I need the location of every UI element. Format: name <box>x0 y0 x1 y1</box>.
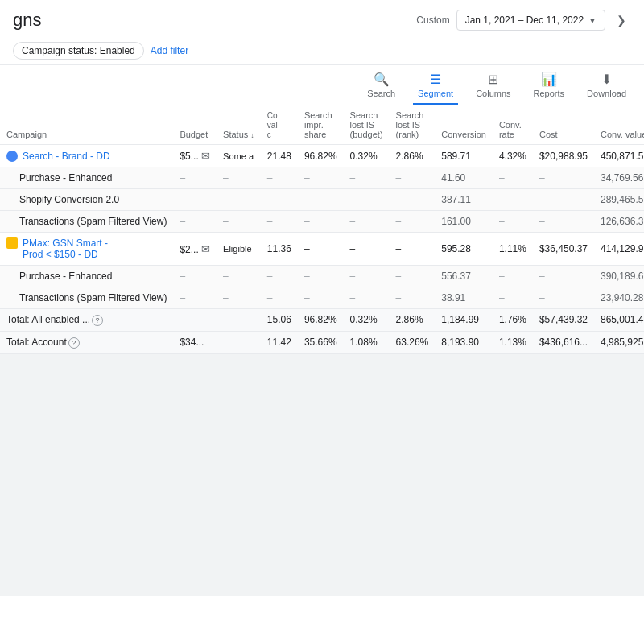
toolbar-segment-label: Segment <box>418 89 453 98</box>
campaign-status-badge[interactable]: Campaign status: Enabled <box>13 42 144 60</box>
budget-cell: $2... ✉ <box>173 233 217 266</box>
table-row: Shopify Conversion 2.0 – – – – – – 387.1… <box>0 189 644 211</box>
lost-is-budget-cell: – <box>344 266 390 287</box>
total-status-cell <box>217 331 261 353</box>
total-budget-cell: $34... <box>173 331 217 353</box>
campaign-name[interactable]: PMax: GSN Smart - Prod < $150 - DD <box>23 237 111 260</box>
toolbar-segment[interactable]: ☰ Segment <box>413 68 458 105</box>
email-icon: ✉ <box>201 150 210 162</box>
toolbar-download[interactable]: ⬇ Download <box>582 68 631 105</box>
date-range-dropdown[interactable]: Jan 1, 2021 – Dec 11, 2022 ▼ <box>456 10 605 31</box>
toolbar-search[interactable]: 🔍 Search <box>362 68 400 105</box>
cost-cell: – <box>533 211 594 233</box>
lost-is-budget-cell: – <box>344 189 390 211</box>
table-row: Transactions (Spam Filtered View) – – – … <box>0 211 644 233</box>
total-conversion-cell: 8,193.90 <box>435 331 493 353</box>
co-val-cell: – <box>261 167 298 189</box>
columns-icon: ⊞ <box>488 72 498 87</box>
col-campaign: Campaign <box>0 105 173 145</box>
campaigns-table-container: Campaign Budget Status ↓ Covalc Searchim… <box>0 105 644 354</box>
lost-is-rank-cell: – <box>390 287 436 309</box>
page-title: gns <box>13 10 41 31</box>
date-range-selector: Custom Jan 1, 2021 – Dec 11, 2022 ▼ ❯ <box>416 10 631 31</box>
col-lost-is-rank: Searchlost IS(rank) <box>390 105 436 145</box>
toolbar-reports-label: Reports <box>534 89 565 98</box>
help-icon[interactable]: ? <box>68 337 80 349</box>
nav-forward-button[interactable]: ❯ <box>612 10 631 30</box>
co-val-cell: – <box>261 287 298 309</box>
co-val-cell: – <box>261 211 298 233</box>
total-lost-is-rank-cell: 2.86% <box>390 309 436 332</box>
conversion-cell: 161.00 <box>435 211 493 233</box>
table-row: Purchase - Enhanced – – – – – – 556.37 –… <box>0 266 644 287</box>
segment-icon: ☰ <box>430 72 441 87</box>
toolbar-download-label: Download <box>587 89 626 98</box>
total-co-val-cell: 11.42 <box>261 331 298 353</box>
lost-is-budget-cell: – <box>344 287 390 309</box>
conv-value-cell: 23,940.28 <box>594 287 644 309</box>
col-search-impr-share: Searchimpr.share <box>298 105 344 145</box>
total-search-impr-share-cell: 35.66% <box>298 331 344 353</box>
reports-icon: 📊 <box>541 72 557 87</box>
status-cell: Some a <box>217 145 261 167</box>
conv-value-cell: 414,129.97 <box>594 233 644 266</box>
sub-campaign-name-cell: Transactions (Spam Filtered View) <box>0 287 173 309</box>
table-row: Transactions (Spam Filtered View) – – – … <box>0 287 644 309</box>
lost-is-budget-cell: – <box>344 233 390 266</box>
total-conversion-cell: 1,184.99 <box>435 309 493 332</box>
conversion-cell: 387.11 <box>435 189 493 211</box>
campaign-name-cell: Search - Brand - DD <box>0 145 173 167</box>
cost-cell: $20,988.95 <box>533 145 594 167</box>
conv-rate-cell: – <box>493 189 533 211</box>
lost-is-rank-cell: – <box>390 211 436 233</box>
campaign-name-cell: PMax: GSN Smart - Prod < $150 - DD <box>0 233 173 266</box>
sub-campaign-name-cell: Transactions (Spam Filtered View) <box>0 211 173 233</box>
filter-bar: Campaign status: Enabled Add filter <box>0 37 644 65</box>
conversion-cell: 589.71 <box>435 145 493 167</box>
help-icon[interactable]: ? <box>92 315 103 326</box>
budget-cell: – <box>173 167 217 189</box>
lost-is-budget-cell: 0.32% <box>344 145 390 167</box>
conversion-cell: 41.60 <box>435 167 493 189</box>
total-label-cell: Total: Account? <box>0 331 173 353</box>
conv-value-cell: 34,769.56 <box>594 167 644 189</box>
lost-is-rank-cell: – <box>390 233 436 266</box>
budget-cell: – <box>173 189 217 211</box>
cost-cell: $36,450.37 <box>533 233 594 266</box>
col-conversion: Conversion <box>435 105 493 145</box>
lost-is-rank-cell: – <box>390 189 436 211</box>
conv-value-cell: 450,871.51 <box>594 145 644 167</box>
total-cost-cell: $436,616... <box>533 331 594 353</box>
total-lost-is-budget-cell: 0.32% <box>344 309 390 332</box>
total-cost-cell: $57,439.32 <box>533 309 594 332</box>
conv-rate-cell: – <box>493 266 533 287</box>
status-cell: – <box>217 211 261 233</box>
status-cell: – <box>217 167 261 189</box>
sub-campaign-name-cell: Purchase - Enhanced <box>0 266 173 287</box>
search-campaign-icon <box>6 151 18 162</box>
conv-rate-cell: – <box>493 211 533 233</box>
add-filter-button[interactable]: Add filter <box>151 45 188 56</box>
conv-value-cell: 126,636.36 <box>594 211 644 233</box>
col-co-val: Covalc <box>261 105 298 145</box>
date-range-value: Jan 1, 2021 – Dec 11, 2022 <box>465 14 584 26</box>
campaign-name[interactable]: Search - Brand - DD <box>23 151 110 162</box>
top-bar: gns Custom Jan 1, 2021 – Dec 11, 2022 ▼ … <box>0 0 644 37</box>
total-lost-is-rank-cell: 63.26% <box>390 331 436 353</box>
total-conv-rate-cell: 1.76% <box>493 309 533 332</box>
status-cell: – <box>217 266 261 287</box>
total-conv-rate-cell: 1.13% <box>493 331 533 353</box>
table-row: Purchase - Enhanced – – – – – – 41.60 – … <box>0 167 644 189</box>
search-impr-share-cell: – <box>298 233 344 266</box>
total-co-val-cell: 15.06 <box>261 309 298 332</box>
co-val-cell: – <box>261 189 298 211</box>
table-row: Search - Brand - DD $5... ✉ Some a 21.48… <box>0 145 644 167</box>
toolbar-reports[interactable]: 📊 Reports <box>529 68 570 105</box>
col-lost-is-budget: Searchlost IS(budget) <box>344 105 390 145</box>
toolbar-columns-label: Columns <box>476 89 510 98</box>
toolbar-columns[interactable]: ⊞ Columns <box>471 68 515 105</box>
search-impr-share-cell: – <box>298 189 344 211</box>
col-cost: Cost <box>533 105 594 145</box>
page-bottom <box>0 354 644 596</box>
campaigns-table: Campaign Budget Status ↓ Covalc Searchim… <box>0 105 644 354</box>
